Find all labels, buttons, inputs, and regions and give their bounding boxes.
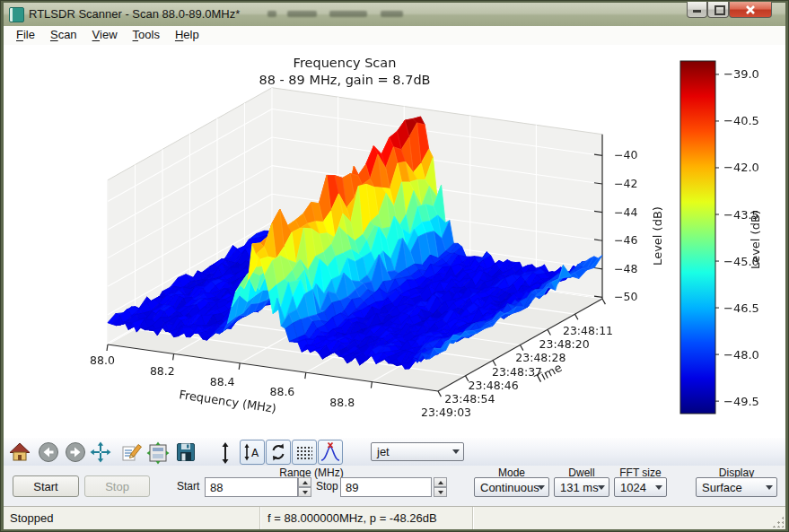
- menu-view[interactable]: View: [86, 26, 124, 43]
- maximize-icon: [714, 5, 725, 15]
- peak-marker-icon: [320, 441, 341, 463]
- status-state: Stopped: [4, 507, 260, 529]
- menu-file[interactable]: File: [10, 26, 41, 43]
- start-spinner-down[interactable]: [298, 487, 311, 497]
- app-icon: [9, 7, 24, 22]
- controls-bar: Start Stop Range (MHz) Start Stop Mode C…: [4, 466, 785, 506]
- stop-scan-button[interactable]: Stop: [84, 475, 150, 497]
- forward-button[interactable]: [65, 441, 86, 463]
- chevron-down-icon: [766, 485, 773, 490]
- status-cursor-readout: f = 88.000000MHz, p = -48.26dB: [261, 507, 473, 529]
- figure-area: [4, 45, 785, 437]
- start-scan-button[interactable]: Start: [13, 475, 79, 497]
- start-freq-input[interactable]: [205, 477, 298, 497]
- display-select[interactable]: Surface: [696, 477, 777, 497]
- svg-text:A: A: [251, 447, 259, 459]
- chevron-down-icon: [598, 485, 605, 490]
- chevron-down-icon: [538, 485, 545, 490]
- maximize-button[interactable]: [707, 2, 729, 18]
- stop-freq-spinner: [434, 477, 447, 497]
- home-button[interactable]: [9, 441, 31, 463]
- pan-move-icon: [90, 441, 111, 463]
- stop-spinner-up[interactable]: [434, 477, 447, 487]
- fft-size-select[interactable]: 1024: [614, 477, 667, 497]
- grid-icon: [296, 446, 312, 459]
- menu-scan[interactable]: Scan: [44, 26, 83, 43]
- mode-value: Continuous: [480, 481, 539, 494]
- chevron-down-icon: [452, 449, 460, 454]
- save-floppy-icon: [175, 441, 197, 463]
- menubar: FileScanViewToolsHelp: [4, 26, 785, 46]
- titlebar-ghost-artifact: [329, 11, 367, 17]
- configure-subplots-button[interactable]: [146, 441, 168, 463]
- start-spinner-up[interactable]: [298, 477, 311, 487]
- vertical-range-icon: [218, 441, 232, 465]
- range-adjust-button[interactable]: [218, 441, 232, 463]
- window-title: RTLSDR Scanner - Scan 88.0-89.0MHz*: [29, 7, 240, 21]
- dwell-select[interactable]: 131 ms: [554, 477, 609, 497]
- titlebar-ghost-artifact: [287, 11, 317, 17]
- back-button[interactable]: [38, 441, 59, 463]
- stop-freq-input[interactable]: [340, 477, 432, 497]
- statusbar: Stopped f = 88.000000MHz, p = -48.26dB: [4, 506, 785, 529]
- pan-button[interactable]: [90, 441, 111, 463]
- peak-toggle[interactable]: [318, 440, 343, 465]
- menu-tools[interactable]: Tools: [127, 26, 166, 43]
- continuous-update-toggle[interactable]: [266, 440, 291, 465]
- save-button[interactable]: [175, 441, 197, 463]
- refresh-icon: [268, 442, 288, 462]
- close-button[interactable]: [729, 2, 772, 18]
- titlebar-ghost-artifact: [267, 11, 276, 17]
- close-icon: [745, 4, 756, 15]
- edit-pencil-icon: [120, 441, 144, 463]
- minimize-button[interactable]: [687, 2, 707, 18]
- subplots-icon: [146, 441, 170, 465]
- fft-size-value: 1024: [620, 481, 646, 494]
- autoscale-toggle[interactable]: A: [240, 440, 265, 465]
- edit-parameters-button[interactable]: [120, 441, 142, 463]
- chevron-down-icon: [655, 485, 662, 490]
- stop-spinner-down[interactable]: [434, 487, 447, 497]
- home-icon: [9, 441, 31, 463]
- menu-help[interactable]: Help: [169, 26, 206, 43]
- colormap-select[interactable]: jet: [371, 442, 464, 461]
- start-freq-label: Start: [177, 480, 199, 493]
- dwell-value: 131 ms: [560, 481, 599, 494]
- autoscale-icon: A: [242, 442, 262, 462]
- minimize-icon: [693, 10, 701, 13]
- titlebar[interactable]: RTLSDR Scanner - Scan 88.0-89.0MHz*: [4, 3, 785, 26]
- display-value: Surface: [702, 481, 742, 494]
- mode-select[interactable]: Continuous: [474, 477, 549, 497]
- forward-arrow-icon: [65, 441, 86, 463]
- stop-freq-label: Stop: [316, 480, 338, 493]
- start-freq-spinner: [298, 477, 311, 497]
- back-arrow-icon: [38, 441, 59, 463]
- colormap-value: jet: [377, 445, 390, 458]
- scan-3d-plot[interactable]: [4, 45, 785, 437]
- grid-toggle[interactable]: [292, 440, 317, 465]
- plot-toolbar: A jet: [4, 437, 785, 467]
- app-window: RTLSDR Scanner - Scan 88.0-89.0MHz* File…: [0, 0, 789, 532]
- titlebar-ghost-artifact: [381, 11, 403, 17]
- status-spare: [474, 507, 785, 529]
